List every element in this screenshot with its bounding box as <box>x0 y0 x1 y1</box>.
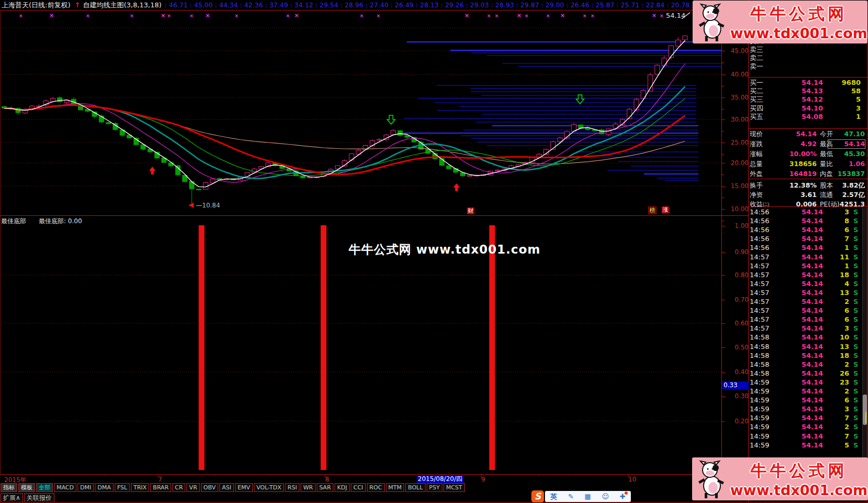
center-watermark: 牛牛公式网 www.tdx001.com <box>349 242 540 258</box>
svg-text:×: × <box>583 13 587 18</box>
svg-text:×: × <box>652 12 656 19</box>
sogou-item-icon[interactable]: 英 <box>550 492 557 501</box>
svg-text:×: × <box>49 12 54 19</box>
svg-text:×: × <box>161 12 165 19</box>
news-tag: 涨 <box>662 206 669 213</box>
sogou-toolbar-items[interactable]: 英✎▦☺✚ <box>545 491 631 502</box>
sub-panel-title: 最佳底部 <box>1 217 26 226</box>
news-tag: 财 <box>467 207 474 214</box>
banner-site-name: 牛牛公式网 <box>730 460 868 482</box>
trading-terminal-window: 上海普天(日线:前复权) ↑ 自建均线主图(3,8,13,18) : 46.71… <box>0 0 868 503</box>
banner-site-url: www.tdx001.com <box>730 25 867 41</box>
svg-text:×: × <box>190 13 194 18</box>
sogou-item-icon[interactable]: ✎ <box>568 493 574 500</box>
svg-text:×: × <box>560 12 565 19</box>
svg-text:—10.84: —10.84 <box>196 202 220 209</box>
svg-text:54.14: 54.14 <box>666 12 685 19</box>
svg-text:×: × <box>517 12 521 19</box>
svg-text:×: × <box>286 13 290 18</box>
svg-text:×: × <box>360 13 364 18</box>
svg-text:×: × <box>376 13 381 18</box>
sogou-item-icon[interactable]: ▦ <box>585 493 591 500</box>
watermark-banner-top: 牛牛公式网 www.tdx001.com <box>693 1 867 43</box>
svg-text:×: × <box>495 13 499 18</box>
svg-text:×: × <box>167 13 171 18</box>
banner-site-name: 牛牛公式网 <box>730 3 867 25</box>
svg-text:×: × <box>205 12 210 19</box>
sub-panel-current-value: 0.33 <box>722 381 749 389</box>
svg-text:×: × <box>294 12 299 19</box>
cow-logo-icon <box>693 2 730 42</box>
svg-text:×: × <box>591 13 595 18</box>
svg-text:×: × <box>86 13 90 18</box>
svg-text:×: × <box>660 13 664 18</box>
sogou-item-icon[interactable]: ☺ <box>602 493 609 500</box>
news-tag: 榜 <box>648 206 656 214</box>
sogou-logo-icon[interactable]: S <box>531 490 544 502</box>
svg-text:×: × <box>19 13 23 18</box>
banner-site-url: www.tdx001.com <box>730 482 868 498</box>
watermark-banner-bottom: 牛牛公式网 www.tdx001.com <box>692 457 868 500</box>
svg-text:×: × <box>487 13 491 18</box>
svg-text:×: × <box>130 13 134 18</box>
svg-text:×: × <box>525 13 529 18</box>
svg-text:×: × <box>235 13 239 18</box>
svg-text:×: × <box>464 12 469 19</box>
cow-logo-icon <box>692 458 730 499</box>
sub-panel-series-label: 最佳底部: 0.00 <box>39 217 82 226</box>
svg-text:×: × <box>546 13 550 18</box>
sogou-input-toolbar[interactable]: S 英✎▦☺✚ <box>531 490 631 502</box>
notification-dot-icon <box>625 491 628 495</box>
